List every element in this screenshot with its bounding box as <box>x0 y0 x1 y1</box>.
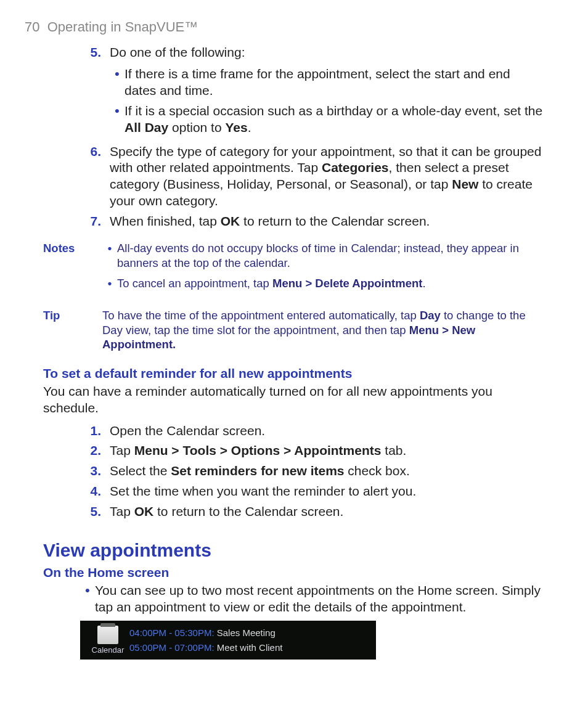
bullet-icon: • <box>102 276 117 291</box>
step-text: Open the Calendar screen. <box>110 423 545 439</box>
on-home-screen-heading: On the Home screen <box>43 565 545 581</box>
tip-block: Tip To have the time of the appointment … <box>43 308 545 352</box>
view-bullet-text: You can see up to two most recent appoin… <box>95 582 545 616</box>
notes-block: Notes • All-day events do not occupy blo… <box>43 241 545 297</box>
bullet-text: If there is a time frame for the appoint… <box>125 66 545 99</box>
reminder-step-4: 4. Set the time when you want the remind… <box>80 483 545 500</box>
tip-label: Tip <box>43 308 102 352</box>
appointment-time: 05:00PM - 07:00PM: <box>129 642 214 653</box>
tip-text: To have the time of the appointment ente… <box>102 308 545 352</box>
chapter-title: Operating in SnapVUE™ <box>47 19 198 35</box>
note-text: All-day events do not occupy blocks of t… <box>117 241 545 270</box>
reminder-heading: To set a default reminder for all new ap… <box>43 366 545 382</box>
bullet-icon: • <box>102 241 117 270</box>
step-6: 6. Specify the type of category for your… <box>80 144 545 210</box>
bullet-icon: • <box>110 66 125 99</box>
step-5: 5. Do one of the following: • If there i… <box>80 44 545 139</box>
notes-label: Notes <box>43 241 102 297</box>
step-7-text: When finished, tap OK to return to the C… <box>110 213 545 230</box>
reminder-intro: You can have a reminder automatically tu… <box>43 383 545 417</box>
step-text: Tap OK to return to the Calendar screen. <box>110 504 545 520</box>
step-number: 2. <box>80 443 110 459</box>
step-number: 5. <box>80 504 110 520</box>
calendar-icon <box>97 626 118 644</box>
reminder-step-1: 1. Open the Calendar screen. <box>80 423 545 439</box>
note-item-1: • All-day events do not occupy blocks of… <box>102 241 545 270</box>
step-6-text: Specify the type of category for your ap… <box>110 144 545 210</box>
page-number: 70 <box>25 19 39 35</box>
appointment-title: Meet with Client <box>217 642 283 653</box>
step-text: Set the time when you want the reminder … <box>110 483 545 500</box>
appointment-list: 04:00PM - 05:30PM: Sales Meeting 05:00PM… <box>129 626 370 655</box>
bullet-text: If it is a special occasion such as a bi… <box>125 103 545 136</box>
appointment-title: Sales Meeting <box>217 627 276 638</box>
reminder-step-3: 3. Select the Set reminders for new item… <box>80 463 545 480</box>
step-number: 7. <box>80 213 110 230</box>
reminder-step-2: 2. Tap Menu > Tools > Options > Appointm… <box>80 443 545 459</box>
page-header: 70 Operating in SnapVUE™ <box>25 18 545 36</box>
calendar-icon-label: Calendar <box>86 645 129 656</box>
step-5-text: Do one of the following: <box>110 44 545 61</box>
appointment-row: 05:00PM - 07:00PM: Meet with Client <box>129 640 370 655</box>
reminder-step-5: 5. Tap OK to return to the Calendar scre… <box>80 504 545 520</box>
step-number: 1. <box>80 423 110 439</box>
step-text: Select the Set reminders for new items c… <box>110 463 545 480</box>
calendar-widget-screenshot: Calendar 04:00PM - 05:30PM: Sales Meetin… <box>80 621 376 660</box>
step-number: 3. <box>80 463 110 480</box>
calendar-icon-wrap: Calendar <box>86 626 129 656</box>
appointment-row: 04:00PM - 05:30PM: Sales Meeting <box>129 626 370 640</box>
bullet-icon: • <box>80 582 95 616</box>
step-5-bullet-1: • If there is a time frame for the appoi… <box>110 66 545 99</box>
step-number: 6. <box>80 144 110 210</box>
bullet-icon: • <box>110 103 125 136</box>
appointment-time: 04:00PM - 05:30PM: <box>129 627 214 638</box>
view-appointments-heading: View appointments <box>43 539 545 562</box>
step-7: 7. When finished, tap OK to return to th… <box>80 213 545 230</box>
note-item-2: • To cancel an appointment, tap Menu > D… <box>102 276 545 291</box>
step-text: Tap Menu > Tools > Options > Appointment… <box>110 443 545 459</box>
step-number: 5. <box>80 44 110 139</box>
step-5-bullet-2: • If it is a special occasion such as a … <box>110 103 545 136</box>
view-bullet: • You can see up to two most recent appo… <box>80 582 545 616</box>
step-number: 4. <box>80 483 110 500</box>
note-text: To cancel an appointment, tap Menu > Del… <box>117 276 545 291</box>
